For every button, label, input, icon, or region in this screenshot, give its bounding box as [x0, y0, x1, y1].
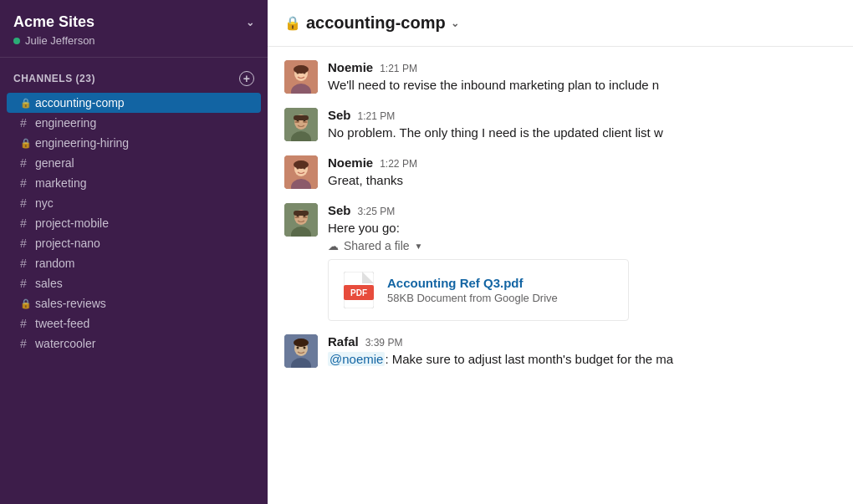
file-meta: 58KB Document from Google Drive: [387, 292, 615, 304]
file-source-label: Document from Google Drive: [416, 292, 557, 304]
hash-icon: #: [20, 176, 32, 190]
svg-point-27: [303, 216, 308, 218]
hash-icon: #: [20, 156, 32, 170]
message-author: Seb: [328, 203, 351, 217]
message-author: Seb: [328, 108, 351, 122]
message-body: Seb 3:25 PM Here you go: ☁ Shared a file…: [328, 203, 836, 321]
avatar: [284, 60, 318, 94]
avatar: [284, 334, 318, 368]
svg-point-5: [294, 65, 309, 74]
avatar: [284, 108, 318, 141]
hash-icon: #: [20, 216, 32, 230]
avatar: [284, 203, 318, 237]
file-attachment[interactable]: PDF Accounting Ref Q3.pdf 58KB Document …: [328, 259, 629, 321]
shared-file-indicator: ☁ Shared a file ▼: [328, 239, 836, 252]
workspace-title: Acme Sites: [13, 13, 94, 31]
hash-icon: #: [20, 277, 32, 290]
message-header: Seb 3:25 PM: [328, 203, 836, 217]
message-time: 1:21 PM: [358, 110, 396, 122]
svg-point-12: [294, 121, 299, 123]
channel-name: sales-reviews: [35, 297, 106, 310]
message-time: 3:39 PM: [365, 337, 403, 349]
avatar: [284, 155, 318, 189]
message-text: @noemie: Make sure to adjust last month'…: [328, 350, 836, 369]
message-body: Noemie 1:22 PM Great, thanks: [328, 155, 836, 190]
hash-icon: #: [20, 196, 32, 210]
pdf-file-icon: PDF: [342, 270, 375, 310]
cloud-upload-icon: ☁: [328, 240, 339, 252]
channel-name: project-nano: [35, 237, 100, 250]
message-body: Noemie 1:21 PM We'll need to revise the …: [328, 60, 836, 94]
message-header: Rafal 3:39 PM: [328, 334, 836, 349]
file-name[interactable]: Accounting Ref Q3.pdf: [387, 276, 615, 290]
channel-name: engineering: [35, 116, 96, 130]
sidebar-item-project-mobile[interactable]: # project-mobile: [7, 213, 261, 233]
channel-name: marketing: [35, 176, 86, 190]
sidebar-item-sales[interactable]: # sales: [7, 273, 261, 293]
shared-file-chevron-icon[interactable]: ▼: [415, 242, 423, 251]
svg-point-36: [294, 339, 309, 347]
hash-icon: #: [20, 116, 32, 130]
message-author: Noemie: [328, 155, 373, 170]
workspace-name[interactable]: Acme Sites ⌄: [13, 13, 254, 31]
channel-name: general: [35, 156, 74, 170]
channel-name: sales: [35, 277, 63, 290]
channel-name: tweet-feed: [35, 317, 89, 330]
sidebar-item-project-nano[interactable]: # project-nano: [7, 233, 261, 253]
sidebar-item-nyc[interactable]: # nyc: [7, 193, 261, 213]
add-channel-button[interactable]: +: [239, 71, 254, 86]
message-time: 3:25 PM: [358, 206, 396, 217]
sidebar-item-accounting-comp[interactable]: 🔒 accounting-comp: [7, 93, 261, 113]
message-time: 1:21 PM: [380, 63, 417, 74]
lock-icon: 🔒: [20, 138, 32, 149]
hash-icon: #: [20, 257, 32, 270]
channel-name: accounting-comp: [35, 96, 125, 109]
sidebar-item-watercooler[interactable]: # watercooler: [7, 333, 261, 354]
user-status: Julie Jefferson: [13, 34, 254, 47]
channel-name: random: [35, 257, 74, 270]
svg-point-26: [294, 216, 299, 218]
svg-point-19: [294, 160, 309, 169]
message-row: Seb 1:21 PM No problem. The only thing I…: [284, 108, 836, 142]
hash-icon: #: [20, 337, 32, 350]
file-info: Accounting Ref Q3.pdf 58KB Document from…: [387, 276, 615, 304]
message-row: Rafal 3:39 PM @noemie: Make sure to adju…: [284, 334, 836, 369]
channel-title: accounting-comp: [306, 13, 446, 33]
mention: @noemie: [328, 352, 385, 366]
channel-lock-icon: 🔒: [284, 15, 301, 31]
message-header: Noemie 1:21 PM: [328, 60, 836, 74]
lock-icon: 🔒: [20, 98, 32, 109]
sidebar-item-engineering[interactable]: # engineering: [7, 113, 261, 133]
sidebar-header: Acme Sites ⌄ Julie Jefferson: [0, 0, 268, 58]
message-author: Noemie: [328, 60, 373, 74]
channels-section-header: CHANNELS (23) +: [0, 71, 268, 93]
messages-area: Noemie 1:21 PM We'll need to revise the …: [268, 47, 853, 504]
message-row: Noemie 1:22 PM Great, thanks: [284, 155, 836, 190]
channel-name: nyc: [35, 196, 54, 210]
channels-label: CHANNELS (23): [13, 73, 95, 84]
channel-header-name: 🔒 accounting-comp ⌄: [284, 13, 459, 33]
message-row: Seb 3:25 PM Here you go: ☁ Shared a file…: [284, 203, 836, 321]
online-status-dot: [13, 38, 20, 44]
sidebar-item-marketing[interactable]: # marketing: [7, 173, 261, 193]
message-body: Seb 1:21 PM No problem. The only thing I…: [328, 108, 836, 142]
hash-icon: #: [20, 237, 32, 250]
svg-text:PDF: PDF: [350, 288, 367, 298]
main-content: 🔒 accounting-comp ⌄ Noemie: [268, 0, 853, 504]
sidebar-item-sales-reviews[interactable]: 🔒 sales-reviews: [7, 293, 261, 313]
channel-chevron-icon[interactable]: ⌄: [451, 18, 459, 29]
sidebar-item-random[interactable]: # random: [7, 253, 261, 273]
file-size: 58KB: [387, 292, 414, 304]
sidebar-item-engineering-hiring[interactable]: 🔒 engineering-hiring: [7, 133, 261, 153]
message-text: Great, thanks: [328, 171, 836, 190]
message-text: No problem. The only thing I need is the…: [328, 124, 836, 142]
svg-rect-11: [294, 115, 309, 120]
sidebar: Acme Sites ⌄ Julie Jefferson CHANNELS (2…: [0, 0, 268, 504]
message-header: Noemie 1:22 PM: [328, 155, 836, 170]
message-header: Seb 1:21 PM: [328, 108, 836, 122]
svg-point-35: [304, 347, 306, 349]
sidebar-item-general[interactable]: # general: [7, 153, 261, 173]
channels-section: CHANNELS (23) + 🔒 accounting-comp # engi…: [0, 58, 268, 504]
sidebar-item-tweet-feed[interactable]: # tweet-feed: [7, 313, 261, 333]
message-body: Rafal 3:39 PM @noemie: Make sure to adju…: [328, 334, 836, 369]
